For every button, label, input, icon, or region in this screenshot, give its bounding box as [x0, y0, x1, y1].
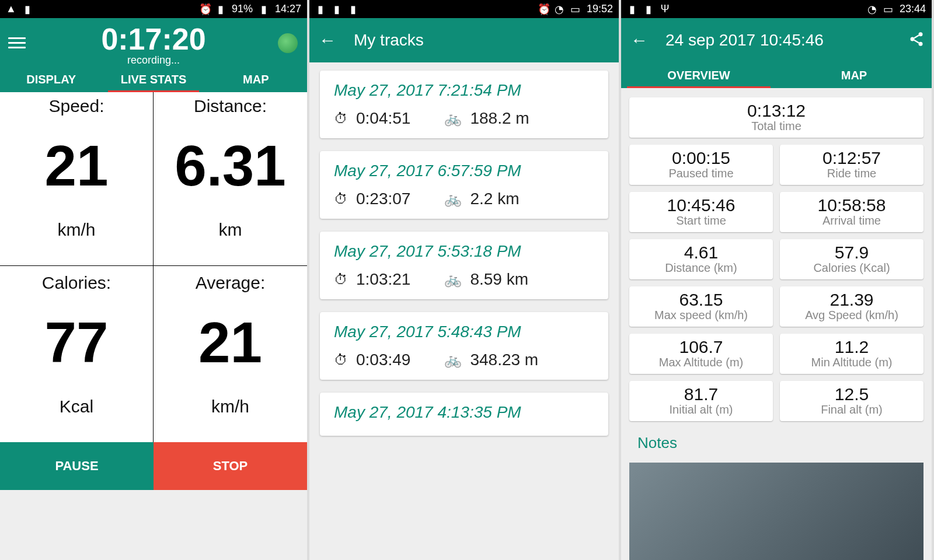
cell-label: Speed: — [48, 96, 104, 116]
cell-average: Average: 21 km/h — [154, 266, 307, 443]
image-icon: ▮ — [348, 3, 358, 16]
stopwatch-icon: ⏱ — [334, 352, 348, 368]
bike-icon: 🚲 — [444, 271, 462, 288]
app-bar: ← My tracks — [309, 18, 619, 62]
track-card[interactable]: May 27, 2017 7:21:54 PM ⏱ 0:04:51 🚲 188.… — [320, 71, 608, 138]
stat-card: 12.5 Final alt (m) — [780, 381, 923, 421]
stat-label: Start time — [676, 214, 726, 228]
cell-label: Distance: — [194, 96, 267, 116]
alarm-icon: ⏰ — [199, 3, 210, 16]
map-icon: ▮ — [22, 3, 33, 16]
track-distance: 8.59 km — [470, 270, 528, 289]
tabs: DISPLAY LIVE STATS MAP — [0, 66, 307, 92]
menu-button[interactable] — [8, 34, 26, 51]
recording-status: recording... — [0, 54, 307, 66]
tab-display[interactable]: DISPLAY — [0, 66, 102, 92]
track-card[interactable]: May 27, 2017 5:53:18 PM ⏱ 1:03:21 🚲 8.59… — [320, 232, 608, 299]
stat-card: 0:00:15 Paused time — [629, 145, 773, 185]
track-row: ⏱ 0:03:49 🚲 348.23 m — [334, 351, 594, 369]
tab-map[interactable]: MAP — [776, 62, 932, 88]
signal-icon: ▮ — [315, 3, 326, 16]
stat-value: 106.7 — [679, 337, 723, 357]
track-list[interactable]: May 27, 2017 7:21:54 PM ⏱ 0:04:51 🚲 188.… — [309, 62, 619, 515]
stopwatch-icon: ⏱ — [334, 191, 348, 207]
pause-button[interactable]: PAUSE — [0, 442, 154, 490]
signal2-icon: ▮ — [332, 3, 342, 16]
stat-label: Max speed (km/h) — [654, 309, 748, 322]
stat-value: 10:45:46 — [667, 195, 736, 215]
cell-unit: km — [219, 220, 242, 240]
track-card[interactable]: May 27, 2017 4:13:35 PM — [320, 393, 608, 436]
cell-unit: Kcal — [60, 397, 93, 416]
battery-icon: ▮ — [259, 3, 269, 16]
track-card[interactable]: May 27, 2017 5:48:43 PM ⏱ 0:03:49 🚲 348.… — [320, 312, 608, 380]
svg-point-1 — [911, 37, 915, 41]
cell-value: 21 — [44, 137, 108, 194]
screen-track-detail: ▮ ▮ Ψ ◔ ▭ 23:44 ← 24 sep 2017 10:45:46 O… — [621, 0, 934, 560]
stat-label: Calories (Kcal) — [813, 261, 890, 275]
stat-label: Min Altitude (m) — [811, 356, 893, 369]
stat-value: 0:12:57 — [823, 148, 881, 168]
track-distance: 2.2 km — [470, 190, 519, 208]
stat-value: 63.15 — [679, 290, 723, 310]
stat-value: 0:13:12 — [747, 101, 806, 121]
back-button[interactable]: ← — [319, 30, 336, 50]
track-duration: 0:23:07 — [356, 190, 410, 208]
track-row: ⏱ 0:23:07 🚲 2.2 km — [334, 190, 594, 208]
notes-heading[interactable]: Notes — [629, 428, 923, 458]
track-date: May 27, 2017 6:57:59 PM — [334, 162, 594, 180]
cell-unit: km/h — [57, 220, 95, 240]
map-thumbnail[interactable] — [629, 463, 923, 560]
overview-area[interactable]: 0:13:12 Total time 0:00:15 Paused time 0… — [621, 88, 932, 560]
svg-point-2 — [919, 42, 923, 46]
stat-value: 81.7 — [684, 384, 718, 404]
track-duration: 1:03:21 — [356, 270, 410, 289]
tab-overview[interactable]: OVERVIEW — [621, 62, 776, 88]
stat-label: Distance (km) — [665, 261, 737, 275]
tab-live-stats[interactable]: LIVE STATS — [102, 66, 204, 92]
bike-icon: 🚲 — [444, 191, 462, 207]
bike-icon: 🚲 — [444, 352, 462, 368]
stop-button[interactable]: STOP — [154, 442, 307, 490]
track-date: May 27, 2017 5:53:18 PM — [334, 242, 594, 261]
battery-icon: ▭ — [570, 3, 581, 16]
cell-value: 77 — [44, 314, 108, 371]
track-row: ⏱ 0:04:51 🚲 188.2 m — [334, 109, 594, 128]
wifi-icon: ◔ — [867, 3, 877, 16]
stat-label: Ride time — [827, 167, 876, 180]
cell-value: 21 — [198, 314, 262, 371]
cell-label: Average: — [196, 273, 266, 293]
stat-value: 4.61 — [684, 243, 718, 262]
track-card[interactable]: May 27, 2017 6:57:59 PM ⏱ 0:23:07 🚲 2.2 … — [320, 151, 608, 219]
stats-grid: Speed: 21 km/h Distance: 6.31 km Calorie… — [0, 89, 307, 442]
stat-card: 10:45:46 Start time — [629, 192, 773, 232]
status-bar: ▲ ▮ ⏰ ▮ 91% ▮ 14:27 — [0, 0, 307, 18]
stat-card: 0:12:57 Ride time — [780, 145, 923, 185]
stat-value: 57.9 — [835, 243, 869, 262]
bike-icon: 🚲 — [444, 110, 462, 127]
stat-card: 21.39 Avg Speed (km/h) — [780, 286, 923, 327]
usb-icon: Ψ — [660, 3, 670, 15]
battery-icon: ▭ — [883, 3, 894, 16]
signal-icon: ▮ — [627, 3, 637, 16]
page-title: 24 sep 2017 10:45:46 — [665, 31, 824, 50]
status-time: 19:52 — [587, 3, 613, 15]
stat-label: Avg Speed (km/h) — [805, 309, 898, 322]
screen-my-tracks: ▮ ▮ ▮ ⏰ ◔ ▭ 19:52 ← My tracks May 27, 20… — [309, 0, 621, 560]
stat-value: 12.5 — [835, 384, 869, 404]
stat-label: Paused time — [668, 167, 733, 180]
gps-status-icon[interactable] — [278, 33, 298, 53]
cell-unit: km/h — [211, 397, 249, 416]
back-button[interactable]: ← — [630, 30, 648, 50]
stopwatch-icon: ⏱ — [334, 271, 348, 288]
track-date: May 27, 2017 7:21:54 PM — [334, 81, 594, 100]
page-title: My tracks — [354, 31, 424, 50]
signal2-icon: ▮ — [643, 3, 654, 16]
cell-value: 6.31 — [175, 137, 286, 194]
alarm-icon: ⏰ — [538, 3, 548, 16]
stat-label: Arrival time — [823, 214, 881, 228]
status-bar: ▮ ▮ ▮ ⏰ ◔ ▭ 19:52 — [309, 0, 619, 18]
share-button[interactable] — [908, 31, 925, 47]
tab-map[interactable]: MAP — [205, 66, 307, 92]
stat-card: 81.7 Initial alt (m) — [629, 381, 773, 421]
